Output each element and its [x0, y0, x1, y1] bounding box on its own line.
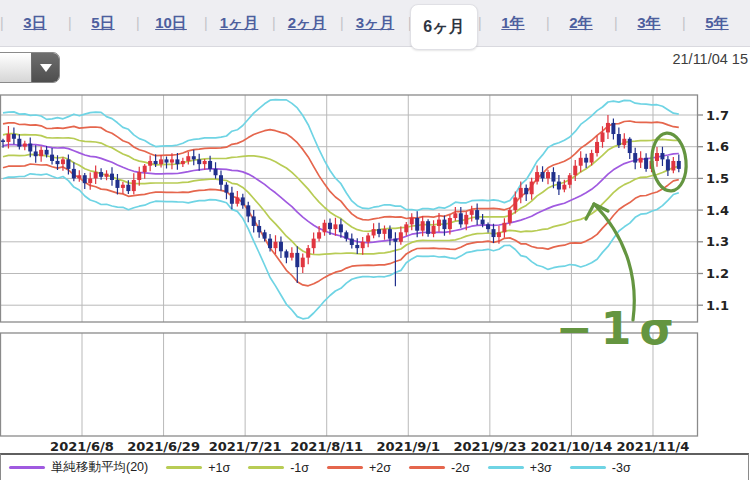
tab-label[interactable]: 3年 [637, 14, 660, 31]
legend-item: +3σ [488, 461, 552, 475]
legend-swatch [488, 466, 524, 469]
legend-swatch [166, 466, 202, 469]
svg-text:2021/6/29: 2021/6/29 [127, 439, 200, 454]
svg-text:1.3: 1.3 [706, 234, 729, 249]
gridlines [0, 95, 697, 436]
tab-period-6[interactable]: 6ヶ月 [410, 4, 478, 50]
tab-period-8[interactable]: 2年 [548, 0, 614, 46]
quote-timestamp: 21/11/04 15 [672, 51, 748, 67]
legend-label: +3σ [530, 461, 552, 475]
legend-label: +1σ [208, 461, 230, 475]
axis-labels: 1.71.61.51.41.31.21.12021/6/82021/6/2920… [50, 108, 729, 455]
legend-item: -2σ [409, 461, 470, 475]
sigma3-lower-line [3, 174, 679, 319]
dropdown-button[interactable] [31, 53, 59, 82]
svg-text:2021/9/23: 2021/9/23 [453, 439, 526, 454]
chart-type-dropdown[interactable] [0, 52, 60, 83]
tab-label[interactable]: 1ヶ月 [220, 14, 259, 31]
sigma3-upper-line [3, 100, 679, 211]
price-chart: 1.71.61.51.41.31.21.12021/6/82021/6/2920… [0, 0, 750, 480]
legend-swatch [248, 466, 284, 469]
svg-text:2021/10/14: 2021/10/14 [530, 439, 612, 454]
svg-text:1.1: 1.1 [706, 298, 729, 313]
chart-legend: 単純移動平均(20)+1σ-1σ+2σ-2σ+3σ-3σ [0, 453, 749, 480]
tab-period-1[interactable]: 5日 [70, 0, 136, 46]
svg-text:1.7: 1.7 [706, 108, 729, 123]
tab-label: 6ヶ月 [423, 18, 464, 35]
tab-period-10[interactable]: 5年 [684, 0, 750, 46]
tab-label[interactable]: 2年 [569, 14, 592, 31]
tab-label[interactable]: 2ヶ月 [288, 14, 327, 31]
tab-period-2[interactable]: 10日 [138, 0, 204, 46]
legend-label: 単純移動平均(20) [51, 459, 148, 476]
legend-item: +1σ [166, 461, 230, 475]
tab-period-3[interactable]: 1ヶ月 [206, 0, 272, 46]
svg-text:2021/11/4: 2021/11/4 [617, 439, 690, 454]
svg-text:2021/8/11: 2021/8/11 [290, 439, 363, 454]
tab-period-4[interactable]: 2ヶ月 [274, 0, 340, 46]
tab-period-7[interactable]: 1年 [480, 0, 546, 46]
legend-label: -1σ [290, 461, 309, 475]
legend-swatch [409, 466, 445, 469]
svg-text:1.5: 1.5 [706, 171, 729, 186]
tab-period-5[interactable]: 3ヶ月 [342, 0, 408, 46]
bollinger-bands [3, 100, 679, 319]
legend-label: -3σ [612, 461, 631, 475]
tab-period-0[interactable]: 3日 [2, 0, 68, 46]
legend-label: +2σ [369, 461, 391, 475]
annotation-label: −1σ [556, 303, 682, 354]
legend-swatch [327, 466, 363, 469]
tab-label[interactable]: 5年 [705, 14, 728, 31]
svg-text:2021/6/8: 2021/6/8 [50, 439, 114, 454]
svg-text:1.4: 1.4 [706, 203, 729, 218]
legend-item: -3σ [570, 461, 631, 475]
legend-item: 単純移動平均(20) [9, 459, 148, 476]
tab-label[interactable]: 10日 [155, 14, 187, 31]
svg-text:1.6: 1.6 [706, 139, 729, 154]
legend-swatch [570, 466, 606, 469]
tab-period-9[interactable]: 3年 [616, 0, 682, 46]
sigma1-upper-line [3, 134, 679, 232]
svg-text:1.2: 1.2 [706, 266, 729, 281]
svg-text:2021/9/1: 2021/9/1 [376, 439, 440, 454]
chevron-down-icon [40, 64, 52, 72]
tab-label[interactable]: 3日 [23, 14, 46, 31]
tab-label[interactable]: 1年 [501, 14, 524, 31]
legend-item: +2σ [327, 461, 391, 475]
period-tab-bar: |3日|5日|10日|1ヶ月|2ヶ月|3ヶ月|6ヶ月|1年|2年|3年|5年| [0, 0, 750, 47]
legend-swatch [9, 466, 45, 469]
tab-label[interactable]: 3ヶ月 [356, 14, 395, 31]
legend-label: -2σ [451, 461, 470, 475]
tab-label[interactable]: 5日 [91, 14, 114, 31]
svg-text:2021/7/21: 2021/7/21 [209, 439, 282, 454]
legend-item: -1σ [248, 461, 309, 475]
